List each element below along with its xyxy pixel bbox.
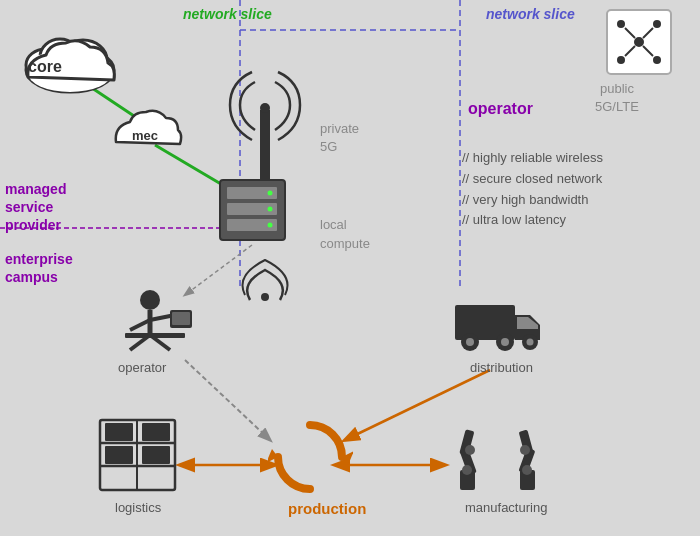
network-hub-icon bbox=[605, 8, 673, 80]
enterprise-campus-label: enterprisecampus bbox=[5, 250, 73, 286]
svg-point-29 bbox=[634, 37, 644, 47]
private-5g-label: private 5G local compute bbox=[320, 120, 370, 253]
logistics-icon bbox=[95, 415, 180, 499]
wifi-broadcast-icon bbox=[220, 245, 310, 309]
network-slice-left-label: network slice bbox=[183, 6, 272, 22]
svg-rect-63 bbox=[142, 446, 170, 464]
local-compute-icon bbox=[215, 175, 290, 249]
distribution-label: distribution bbox=[470, 360, 533, 375]
svg-rect-47 bbox=[172, 312, 190, 325]
svg-marker-49 bbox=[517, 317, 538, 329]
svg-point-33 bbox=[653, 56, 661, 64]
core-label: core bbox=[28, 58, 62, 76]
svg-point-39 bbox=[140, 290, 160, 310]
svg-point-25 bbox=[268, 191, 273, 196]
svg-point-69 bbox=[462, 465, 472, 475]
production-label: production bbox=[288, 500, 366, 517]
svg-point-20 bbox=[260, 103, 270, 113]
feature-latency: // ultra low latency bbox=[462, 210, 603, 231]
feature-bandwidth: // very high bandwidth bbox=[462, 190, 603, 211]
logistics-label: logistics bbox=[115, 500, 161, 515]
manufacturing-label: manufacturing bbox=[465, 500, 547, 515]
distribution-truck-icon bbox=[450, 285, 550, 359]
mec-label: mec bbox=[132, 128, 158, 143]
feature-reliable: // highly reliable wireless bbox=[462, 148, 603, 169]
svg-line-10 bbox=[185, 360, 270, 440]
managed-service-provider-label: managedserviceprovider bbox=[5, 180, 66, 235]
svg-point-75 bbox=[520, 445, 530, 455]
operator-bottom-label: operator bbox=[118, 360, 166, 375]
svg-rect-61 bbox=[142, 423, 170, 441]
svg-rect-45 bbox=[125, 333, 185, 338]
public-5g-lte-label: public5G/LTE bbox=[595, 80, 639, 116]
svg-point-30 bbox=[617, 20, 625, 28]
svg-point-70 bbox=[465, 445, 475, 455]
network-slice-right-label: network slice bbox=[486, 6, 575, 22]
svg-rect-62 bbox=[105, 446, 133, 464]
svg-point-53 bbox=[501, 338, 509, 346]
operator-person-icon bbox=[120, 285, 200, 369]
features-list: // highly reliable wireless // secure cl… bbox=[462, 148, 603, 231]
svg-point-32 bbox=[617, 56, 625, 64]
svg-point-38 bbox=[261, 293, 269, 301]
svg-point-51 bbox=[466, 338, 474, 346]
svg-point-27 bbox=[268, 223, 273, 228]
svg-line-42 bbox=[130, 320, 150, 330]
operator-right-label: operator bbox=[468, 100, 533, 118]
svg-rect-60 bbox=[105, 423, 133, 441]
svg-point-74 bbox=[522, 465, 532, 475]
svg-point-55 bbox=[527, 339, 534, 346]
svg-point-26 bbox=[268, 207, 273, 212]
feature-secure: // secure closed network bbox=[462, 169, 603, 190]
svg-point-31 bbox=[653, 20, 661, 28]
production-icon bbox=[268, 415, 353, 504]
manufacturing-icon bbox=[455, 415, 545, 499]
